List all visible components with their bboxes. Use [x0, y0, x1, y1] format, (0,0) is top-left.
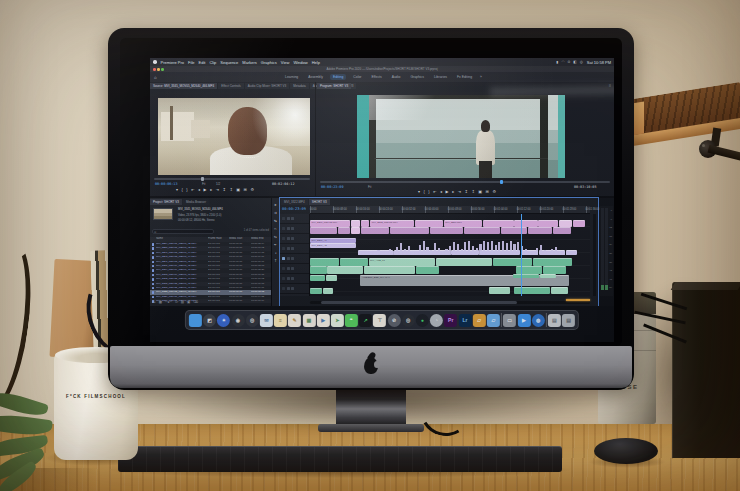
column-header[interactable]: Media Start — [229, 237, 249, 240]
transport-icon[interactable]: ▣ — [478, 190, 482, 194]
dock-app-icon[interactable] — [501, 313, 502, 327]
timeline-clip[interactable] — [528, 227, 552, 234]
panel-splitter[interactable] — [150, 196, 614, 198]
dock-app-icon[interactable]: ◩ — [203, 314, 216, 327]
transport-icon[interactable]: ▸ — [210, 188, 212, 192]
workspace-tab[interactable]: Color — [350, 74, 364, 80]
dock-app-icon[interactable]: ◔ — [430, 314, 443, 327]
timeline-clip[interactable] — [351, 227, 360, 234]
dock-app-icon[interactable]: ❝ — [345, 314, 358, 327]
source-scrub-bar[interactable] — [154, 178, 310, 180]
program-scrub-bar[interactable] — [320, 181, 610, 183]
playhead[interactable] — [521, 214, 522, 296]
tool-icon[interactable]: ⇉ — [274, 211, 277, 215]
timeline-clip[interactable] — [521, 250, 538, 255]
track-header-row[interactable] — [280, 254, 309, 264]
apple-menu-icon[interactable] — [153, 60, 157, 64]
dock-app-icon[interactable]: ✎ — [288, 314, 301, 327]
transport-icon[interactable]: { — [424, 190, 425, 194]
panel-tab[interactable]: Source: MVI_3345_MOV05_M2640_466.MP4 — [150, 83, 217, 89]
traffic-light-buttons[interactable] — [153, 68, 164, 71]
timeline-clip[interactable] — [416, 266, 439, 274]
dock-app-icon[interactable]: ▦ — [302, 314, 315, 327]
timeline-tracks[interactable]: MVI_3290_MOV03.MP4MVI_3312_MOV05.MP4MVI_… — [310, 214, 590, 296]
footer-icon[interactable]: ▣ — [187, 300, 190, 304]
timeline-clip[interactable] — [436, 258, 492, 266]
program-fit-select[interactable]: Fit — [368, 185, 371, 189]
table-row[interactable]: MVI_3326_MOV06_M2640_48.MP4 23.976 fps 0… — [150, 295, 271, 299]
timeline-clip[interactable] — [327, 266, 363, 274]
menu-item[interactable]: File — [188, 60, 194, 65]
transport-icon[interactable]: ◂ — [198, 188, 200, 192]
menu-item[interactable]: Premiere Pro — [161, 60, 185, 65]
tool-icon[interactable]: ➤ — [274, 203, 277, 207]
workspace-tab[interactable]: Audio — [389, 74, 404, 80]
timeline-clip[interactable] — [573, 220, 586, 227]
dock-app-icon[interactable]: ✶ — [217, 314, 230, 327]
dock-app-icon[interactable]: ↗ — [359, 314, 372, 327]
menu-item[interactable]: Window — [293, 60, 307, 65]
timeline-clip[interactable] — [430, 227, 464, 234]
tool-icon[interactable]: ⇆ — [274, 235, 277, 239]
status-icon[interactable]: ◠ — [561, 60, 564, 64]
timeline-clip[interactable] — [514, 220, 537, 227]
tool-icon[interactable]: ✒ — [274, 243, 277, 247]
timeline-clip[interactable] — [310, 227, 337, 234]
workspace-tab[interactable]: Editing — [330, 74, 346, 80]
timeline-clip[interactable]: MVI_3290_MOV03.MP4 — [310, 220, 350, 227]
timeline-clip[interactable]: MVI_3290_A1 — [310, 238, 356, 243]
transport-icon[interactable]: ⇥ — [458, 190, 461, 194]
timeline-clip[interactable] — [514, 287, 550, 294]
transport-icon[interactable]: ↧ — [223, 188, 226, 192]
timeline-clip[interactable] — [390, 227, 429, 234]
timeline-clip[interactable] — [361, 227, 390, 234]
track-header-row[interactable] — [280, 224, 309, 234]
dock-app-icon[interactable]: ◎ — [402, 314, 415, 327]
transport-icon[interactable]: ⇥ — [216, 188, 219, 192]
dock-app-icon[interactable]: ▤ — [548, 314, 561, 327]
dock-app-icon[interactable]: ▭ — [503, 314, 516, 327]
dock-app-icon[interactable]: ▱ — [487, 314, 500, 327]
timeline-clip[interactable]: MVI_3290_A2 — [310, 243, 356, 248]
dock-app-icon[interactable]: ▶ — [517, 314, 530, 327]
project-search-input[interactable] — [152, 229, 214, 234]
timeline-clip[interactable] — [310, 275, 325, 281]
panel-tab[interactable]: Metadata — [290, 83, 309, 89]
transport-icon[interactable]: ▶ — [204, 188, 207, 192]
table-row[interactable]: MVI_3297_MOV03_M2640_45.MP4 23.976 fps 0… — [150, 260, 271, 264]
timeline-clip[interactable] — [501, 227, 527, 234]
table-row[interactable]: MVI_3315_MOV05_M2640_47.MP4 23.976 fps 0… — [150, 282, 271, 286]
timeline-clip[interactable] — [489, 287, 511, 294]
workspace-tab[interactable]: Learning — [282, 74, 301, 80]
transport-icon[interactable]: ⇤ — [191, 188, 194, 192]
timeline-clip[interactable] — [310, 288, 322, 294]
timeline-clip[interactable]: MVI_AMB_01 — [369, 258, 436, 266]
transport-icon[interactable]: { — [182, 188, 183, 192]
table-row[interactable]: MVI_3287_MOV01_M2640_42.MP4 23.976 fps 0… — [150, 246, 271, 250]
timeline-ruler[interactable]: 00:0000:00:08:0000:00:16:0000:00:24:0000… — [310, 206, 590, 214]
timeline-clip[interactable]: MVI_3318.MP4 — [444, 220, 482, 227]
dock-app-icon[interactable]: ✉ — [260, 314, 273, 327]
source-fit-select[interactable]: Fit — [202, 182, 205, 186]
status-icon[interactable]: ⊙ — [567, 60, 570, 64]
menu-item[interactable]: View — [281, 60, 290, 65]
timeline-clip[interactable] — [394, 250, 449, 255]
track-header-row[interactable] — [280, 264, 309, 274]
workspace-tab[interactable]: Graphics — [407, 74, 427, 80]
transport-icon[interactable]: ⚙ — [250, 188, 254, 192]
timeline-vertical-scrollbar[interactable] — [593, 214, 596, 296]
sequence-tab[interactable]: SHORT V3 — [309, 199, 330, 205]
transport-icon[interactable]: ⊞ — [244, 188, 247, 192]
timeline-clip[interactable] — [539, 250, 565, 255]
timeline-clip[interactable] — [364, 266, 415, 274]
timeline-clip[interactable] — [379, 250, 393, 255]
timeline-clip[interactable] — [566, 250, 577, 255]
table-row[interactable]: MVI_3308_MOV04_M2640_46.MP4 23.976 fps 0… — [150, 273, 271, 277]
track-header-row[interactable] — [280, 244, 309, 254]
timeline-clip[interactable] — [351, 220, 360, 227]
table-row[interactable]: MVI_3322_MOV05_M2640_48.MP4 23.976 fps 0… — [150, 290, 271, 294]
dock-app-icon[interactable]: ⊘ — [388, 314, 401, 327]
source-monitor-video[interactable] — [158, 98, 310, 175]
table-row[interactable]: MVI_3301_MOV04_M2640_45.MP4 23.976 fps 0… — [150, 264, 271, 268]
menu-clock[interactable]: Sat 10:58 PM — [587, 60, 611, 65]
